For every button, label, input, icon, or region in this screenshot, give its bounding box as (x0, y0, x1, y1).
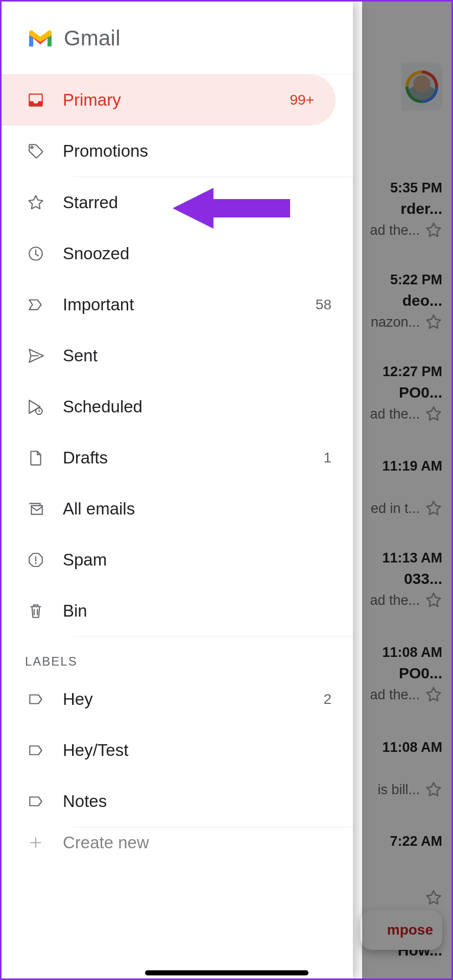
scrim[interactable] (362, 2, 451, 978)
nav-count: 1 (323, 450, 331, 466)
nav-label: Create new (63, 833, 331, 852)
all-mail-icon (27, 500, 44, 518)
spam-icon (27, 551, 44, 569)
nav-item-create-new[interactable]: Create new (2, 827, 353, 858)
label-icon (27, 691, 44, 708)
nav-label: Spam (63, 550, 331, 570)
nav-label: Drafts (63, 448, 323, 468)
nav-item-label-hey[interactable]: Hey 2 (2, 674, 353, 725)
tag-icon (27, 142, 44, 160)
star-icon (27, 194, 44, 211)
label-icon (27, 742, 44, 759)
nav-label: Notes (63, 792, 331, 811)
nav-count: 99+ (290, 92, 315, 108)
bin-icon (27, 602, 44, 620)
home-indicator (145, 970, 308, 975)
nav-item-snoozed[interactable]: Snoozed (2, 228, 353, 279)
nav-label: Starred (63, 193, 331, 212)
nav-list: Primary 99+ Promotions Starred Snoozed I… (2, 75, 353, 978)
navigation-drawer: Gmail Primary 99+ Promotions Starred Sno… (2, 2, 353, 978)
labels-heading: LABELS (2, 637, 353, 674)
nav-label: Snoozed (63, 244, 331, 263)
nav-count: 2 (323, 691, 331, 707)
nav-label: Scheduled (63, 397, 331, 416)
gmail-logo-icon (27, 28, 54, 48)
draft-icon (27, 449, 44, 467)
nav-item-bin[interactable]: Bin (2, 585, 353, 636)
important-icon (27, 296, 44, 313)
brand-name: Gmail (64, 26, 121, 51)
inbox-icon (27, 91, 44, 109)
nav-item-drafts[interactable]: Drafts 1 (2, 432, 353, 483)
nav-item-all-emails[interactable]: All emails (2, 483, 353, 534)
nav-item-spam[interactable]: Spam (2, 534, 353, 585)
clock-icon (27, 245, 44, 262)
nav-item-scheduled[interactable]: Scheduled (2, 381, 353, 432)
nav-item-primary[interactable]: Primary 99+ (2, 75, 336, 126)
brand-header: Gmail (2, 2, 353, 75)
nav-item-starred[interactable]: Starred (2, 177, 353, 228)
nav-label: All emails (63, 499, 331, 519)
nav-label: Promotions (63, 141, 331, 161)
nav-label: Hey (63, 690, 323, 709)
nav-item-label-heytest[interactable]: Hey/Test (2, 725, 353, 776)
nav-item-important[interactable]: Important 58 (2, 279, 353, 330)
plus-icon (27, 834, 44, 851)
nav-item-promotions[interactable]: Promotions (2, 126, 353, 177)
send-icon (27, 347, 44, 364)
label-icon (27, 793, 44, 810)
nav-label: Important (63, 295, 316, 314)
nav-count: 58 (316, 297, 331, 313)
nav-label: Primary (63, 90, 290, 110)
nav-item-label-notes[interactable]: Notes (2, 776, 353, 827)
nav-label: Bin (63, 601, 331, 621)
nav-item-sent[interactable]: Sent (2, 330, 353, 381)
scheduled-icon (27, 398, 44, 415)
nav-label: Hey/Test (63, 741, 331, 760)
nav-label: Sent (63, 346, 331, 365)
